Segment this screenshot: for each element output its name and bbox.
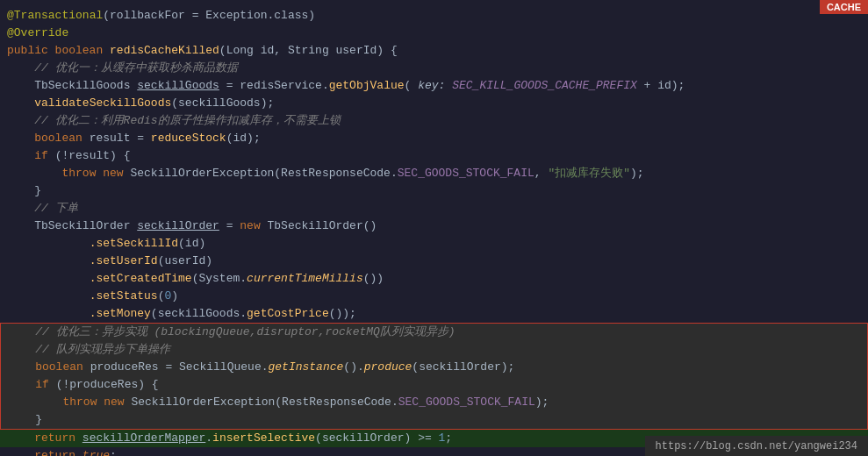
code-text: // 优化二：利用Redis的原子性操作扣减库存，不需要上锁 — [7, 112, 861, 130]
url-bar: https://blog.csdn.net/yangwei234 — [645, 436, 868, 456]
code-text: TbSeckillOrder seckillOrder = new TbSeck… — [7, 217, 861, 235]
code-text: if (!produceRes) { — [8, 376, 860, 394]
code-line: boolean produceRes = SeckillQueue.getIns… — [0, 359, 868, 376]
code-text: throw new SeckillOrderException(RestResp… — [8, 394, 860, 411]
code-text: // 下单 — [7, 200, 861, 217]
code-text: public boolean redisCacheKilled(Long id,… — [7, 42, 861, 60]
code-line: public boolean redisCacheKilled(Long id,… — [0, 42, 868, 60]
code-line: if (!produceRes) { — [0, 376, 868, 394]
code-line: TbSeckillOrder seckillOrder = new TbSeck… — [0, 217, 868, 235]
code-text: .setSeckillId(id) — [7, 235, 861, 253]
url-text: https://blog.csdn.net/yangwei234 — [656, 440, 857, 452]
code-text: if (!result) { — [7, 147, 861, 165]
code-line: .setUserId(userId) — [0, 253, 868, 270]
code-line: @Transactional(rollbackFor = Exception.c… — [0, 7, 868, 25]
code-text: .setUserId(userId) — [7, 253, 861, 270]
code-line: if (!result) { — [0, 147, 868, 165]
code-text: @Override — [7, 25, 861, 42]
code-line: .setStatus(0) — [0, 288, 868, 305]
code-text: boolean result = reduceStock(id); — [7, 130, 861, 147]
code-line: } — [0, 182, 868, 200]
code-text: // 队列实现异步下单操作 — [8, 341, 860, 359]
code-text: throw new SeckillOrderException(RestResp… — [7, 165, 861, 182]
code-line: validateSeckillGoods(seckillGoods); — [0, 95, 868, 112]
code-line: // 优化一：从缓存中获取秒杀商品数据 — [0, 60, 868, 77]
code-text: boolean produceRes = SeckillQueue.getIns… — [8, 359, 860, 376]
code-text: .setCreatedTime(System.currentTimeMillis… — [7, 270, 861, 288]
code-line: boolean result = reduceStock(id); — [0, 130, 868, 147]
code-line: // 队列实现异步下单操作 — [0, 341, 868, 359]
code-line: @Override — [0, 25, 868, 42]
code-line: } — [0, 411, 868, 430]
code-text: validateSeckillGoods(seckillGoods); — [7, 95, 861, 112]
code-line: .setCreatedTime(System.currentTimeMillis… — [0, 270, 868, 288]
code-line: // 优化三：异步实现 (blockingQueue,disruptor,roc… — [0, 323, 868, 341]
code-editor: CACHE @Transactional(rollbackFor = Excep… — [0, 0, 868, 456]
code-line: .setSeckillId(id) — [0, 235, 868, 253]
code-text: .setMoney(seckillGoods.getCostPrice()); — [7, 305, 861, 323]
code-line: // 优化二：利用Redis的原子性操作扣减库存，不需要上锁 — [0, 112, 868, 130]
code-text: } — [7, 182, 861, 200]
code-text: .setStatus(0) — [7, 288, 861, 305]
code-text: // 优化三：异步实现 (blockingQueue,disruptor,roc… — [8, 324, 860, 341]
code-text: } — [8, 411, 860, 429]
code-line: .setMoney(seckillGoods.getCostPrice()); — [0, 305, 868, 323]
code-text: TbSeckillGoods seckillGoods = redisServi… — [7, 77, 861, 95]
code-line: // 下单 — [0, 200, 868, 217]
code-line: throw new SeckillOrderException(RestResp… — [0, 165, 868, 182]
code-text: @Transactional(rollbackFor = Exception.c… — [7, 7, 861, 25]
code-text: // 优化一：从缓存中获取秒杀商品数据 — [7, 60, 861, 77]
code-line: TbSeckillGoods seckillGoods = redisServi… — [0, 77, 868, 95]
code-line: throw new SeckillOrderException(RestResp… — [0, 394, 868, 411]
